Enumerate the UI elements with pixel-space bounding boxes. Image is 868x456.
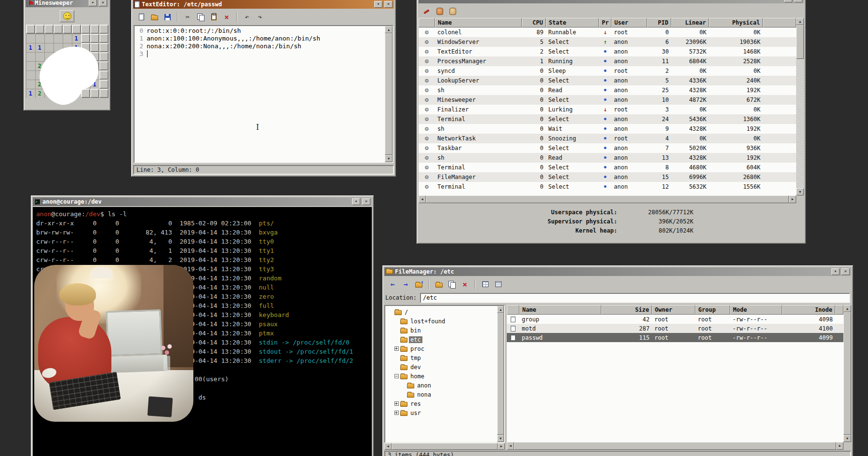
tree-item[interactable]: /: [385, 307, 497, 317]
column-header-name[interactable]: Name: [519, 305, 601, 315]
mine-cell[interactable]: [54, 34, 63, 43]
scrollbar-thumb[interactable]: [426, 195, 789, 203]
mine-cell[interactable]: [81, 25, 90, 34]
copy-button[interactable]: [195, 11, 206, 23]
tree-item[interactable]: anon: [385, 381, 497, 390]
mine-cell[interactable]: [81, 34, 90, 43]
column-header-inode[interactable]: Inode: [782, 305, 835, 315]
delete-button[interactable]: ×: [221, 11, 232, 23]
scrollbar-thumb[interactable]: [796, 25, 804, 59]
file-list-vertical-scrollbar[interactable]: [843, 305, 851, 442]
scroll-down-button[interactable]: [843, 435, 851, 442]
paste-button[interactable]: [446, 278, 458, 290]
process-horizontal-scrollbar[interactable]: [419, 195, 796, 203]
process-row[interactable]: sh 0 Wait anon 9 4328K 192K: [419, 124, 796, 134]
mine-cell[interactable]: [54, 25, 63, 34]
process-row[interactable]: Terminal 0 Select anon 24 5436K 1360K: [419, 114, 796, 124]
file-row[interactable]: passwd 115 root root -rw-r--r-- 4099: [507, 333, 843, 342]
mine-cell[interactable]: [72, 25, 81, 34]
column-header-user[interactable]: User: [611, 18, 647, 28]
smiley-reset-button[interactable]: [60, 10, 74, 22]
tree-item[interactable]: tmp: [385, 353, 497, 362]
continue-process-button[interactable]: [447, 5, 459, 17]
close-button[interactable]: ×: [362, 198, 370, 205]
mine-cell[interactable]: [63, 25, 72, 34]
tree-item[interactable]: etc: [385, 335, 497, 344]
tree-item[interactable]: bin: [385, 326, 497, 335]
mine-cell[interactable]: [26, 80, 35, 89]
scroll-left-button[interactable]: [507, 442, 514, 450]
column-header-mode[interactable]: Mode: [730, 305, 782, 315]
procmgr-titlebar[interactable]: ▾ ×: [419, 0, 804, 3]
process-row[interactable]: sh 0 Read anon 25 4328K 192K: [419, 85, 796, 95]
process-row[interactable]: NetworkTask 0 Snoozing root 4 0K 0K: [419, 134, 796, 143]
stop-process-button[interactable]: [434, 5, 446, 17]
scroll-left-button[interactable]: [419, 195, 426, 203]
process-row[interactable]: Taskbar 0 Select anon 7 5020K 936K: [419, 143, 796, 153]
new-document-button[interactable]: [136, 11, 147, 23]
mine-cell[interactable]: [44, 25, 54, 34]
undo-button[interactable]: ↶: [241, 11, 253, 23]
scroll-left-button[interactable]: [384, 443, 392, 450]
scrollbar-thumb[interactable]: [497, 313, 504, 435]
tree-expander[interactable]: [394, 346, 399, 351]
close-button[interactable]: ×: [99, 0, 107, 6]
scroll-up-button[interactable]: [497, 306, 504, 313]
kill-process-button[interactable]: [421, 5, 433, 17]
tree-item[interactable]: lost+found: [385, 317, 497, 326]
open-document-button[interactable]: [149, 11, 160, 23]
mine-cell[interactable]: [26, 70, 35, 80]
scroll-up-button[interactable]: [843, 305, 851, 312]
table-view-button[interactable]: [479, 278, 491, 290]
process-row[interactable]: Terminal 0 Select anon 8 4680K 604K: [419, 163, 796, 172]
column-header-icon[interactable]: [507, 305, 519, 315]
column-header-size[interactable]: Size: [601, 305, 652, 315]
new-directory-button[interactable]: [433, 278, 445, 290]
process-row[interactable]: TextEditor 2 Select anon 30 5732K 1468K: [419, 47, 796, 56]
filemanager-titlebar[interactable]: FileManager: /etc ▾ ×: [384, 267, 851, 276]
mine-cell[interactable]: [26, 52, 35, 61]
paste-button[interactable]: [208, 11, 219, 23]
column-header-icon[interactable]: [419, 18, 435, 28]
minesweeper-titlebar[interactable]: Minesweeper ▾ ×: [26, 0, 108, 7]
tree-expander[interactable]: [394, 374, 399, 378]
scrollbar-thumb[interactable]: [392, 443, 498, 450]
process-row[interactable]: Minesweeper 0 Select anon 10 4872K 672K: [419, 95, 796, 105]
minimize-button[interactable]: ▾: [831, 268, 840, 275]
scroll-down-button[interactable]: [796, 188, 804, 195]
mine-cell[interactable]: [26, 25, 35, 34]
mine-cell[interactable]: [35, 25, 44, 34]
mine-cell[interactable]: [35, 34, 44, 43]
scrollbar-thumb[interactable]: [514, 442, 836, 450]
forward-button[interactable]: →: [400, 278, 411, 290]
process-row[interactable]: Terminal 0 Select anon 12 5632K 1556K: [419, 182, 796, 192]
process-row[interactable]: Finalizer 0 Lurking root 3 0K 0K: [419, 105, 796, 114]
tree-item[interactable]: res: [385, 399, 497, 408]
column-header-physical[interactable]: Physical: [709, 18, 763, 28]
minimize-button[interactable]: ▾: [374, 1, 382, 8]
scroll-right-button[interactable]: [498, 443, 505, 450]
scroll-up-button[interactable]: [796, 18, 804, 25]
mine-cell[interactable]: [26, 61, 35, 70]
process-row[interactable]: sh 0 Read anon 13 4328K 192K: [419, 153, 796, 163]
tree-item[interactable]: dev: [385, 362, 497, 372]
mine-cell[interactable]: 1: [72, 34, 81, 43]
columns-view-button[interactable]: [492, 278, 504, 290]
scroll-down-button[interactable]: [497, 435, 504, 442]
terminal-titlebar[interactable]: anon@courage:/dev ▾ ×: [33, 197, 372, 206]
column-header-pid[interactable]: PID: [647, 18, 671, 28]
scroll-up-button[interactable]: [385, 26, 393, 33]
tree-item[interactable]: home: [385, 372, 497, 381]
column-header-group[interactable]: Group: [695, 305, 730, 315]
minimize-button[interactable]: ▾: [784, 0, 792, 2]
close-button[interactable]: ×: [841, 268, 850, 275]
redo-button[interactable]: ↷: [254, 11, 266, 23]
process-row[interactable]: colonel 89 Runnable root 0 0K 0K: [419, 28, 796, 37]
mine-cell[interactable]: 1: [26, 43, 35, 52]
process-vertical-scrollbar[interactable]: [796, 18, 804, 195]
tree-expander[interactable]: [394, 401, 399, 406]
file-list-horizontal-scrollbar[interactable]: [507, 442, 851, 450]
mine-cell[interactable]: [90, 25, 99, 34]
close-button[interactable]: ×: [794, 0, 802, 2]
location-input[interactable]: [420, 293, 850, 303]
